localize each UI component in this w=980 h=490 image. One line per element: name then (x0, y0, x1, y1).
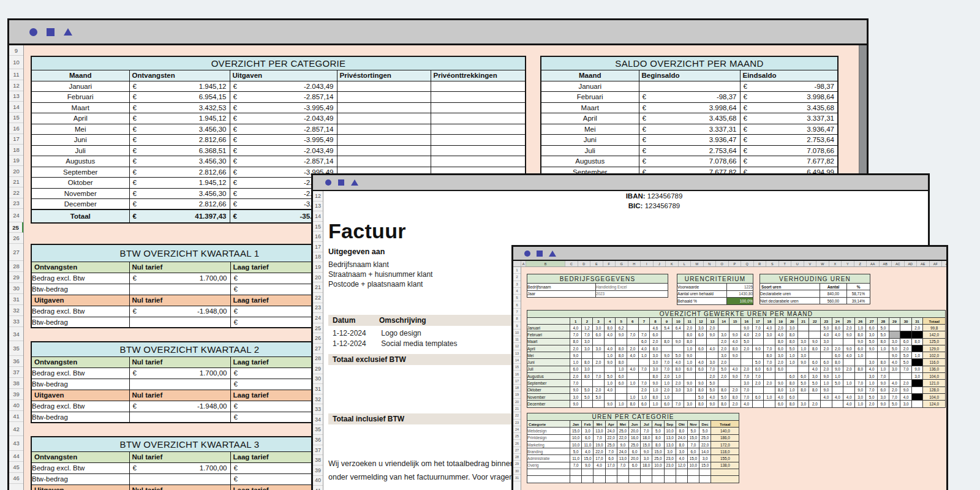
day-cell[interactable] (741, 352, 752, 359)
money-cell[interactable] (337, 102, 431, 113)
row-number[interactable]: 16 (313, 232, 323, 242)
day-cell[interactable] (593, 338, 605, 345)
day-cell[interactable]: 2,0 (821, 366, 832, 372)
day-cell[interactable]: 3,0 (889, 338, 900, 345)
column-letter[interactable]: O (716, 261, 729, 266)
value-cell[interactable]: 24,0 (605, 428, 617, 434)
money-cell[interactable] (337, 113, 431, 124)
value-cell[interactable]: 23,0 (664, 455, 676, 462)
day-cell[interactable]: 1,0 (821, 380, 832, 386)
day-cell[interactable]: 5,0 (878, 331, 889, 338)
day-cell[interactable]: 9,0 (866, 345, 878, 352)
row-number[interactable]: 41 (9, 411, 23, 422)
day-cell[interactable]: 1,0 (878, 345, 889, 352)
day-cell[interactable] (616, 386, 627, 393)
day-cell[interactable] (900, 373, 912, 380)
money-cell[interactable]: €41.397,43 (129, 209, 230, 223)
day-cell[interactable]: 8,0 (616, 352, 627, 359)
day-cell[interactable]: 2,0 (684, 325, 695, 331)
month-name[interactable]: Oktober (527, 386, 570, 393)
value-cell[interactable]: 7,0 (617, 462, 628, 469)
day-cell[interactable]: 4,0 (832, 331, 843, 338)
day-cell[interactable] (604, 366, 616, 372)
day-cell[interactable]: 9,0 (809, 338, 821, 345)
section-header[interactable]: Nul tarief (129, 262, 230, 273)
column-letter[interactable]: W (816, 261, 829, 266)
day-cell[interactable]: 4,0 (604, 386, 616, 393)
day-cell[interactable]: 3,0 (900, 401, 912, 407)
day-cell[interactable]: 2,0 (638, 386, 650, 393)
day-cell[interactable]: 2,0 (707, 373, 718, 380)
row-number[interactable]: 14 (9, 102, 23, 113)
day-cell[interactable]: 7,0 (741, 386, 752, 393)
day-cell[interactable]: 1,0 (684, 345, 695, 352)
day-cell[interactable]: 6,0 (775, 345, 786, 352)
row-number[interactable]: 42 (9, 422, 23, 436)
row-number[interactable]: 26 (9, 233, 23, 244)
row-number[interactable]: 5 (513, 295, 521, 301)
row-number[interactable]: 39 (313, 466, 323, 476)
money-cell[interactable]: €-2.043,49 (230, 113, 337, 124)
sheet-area[interactable]: BEDRIJFSGEGEVENSBedrijfsnaamHandleiding … (521, 267, 946, 490)
day-header[interactable]: 6 (627, 318, 638, 325)
column-letter[interactable]: K (666, 261, 679, 266)
column-header[interactable]: Jul (641, 421, 652, 428)
value-cell[interactable]: 840,00 (820, 290, 847, 298)
month-total[interactable]: 104,0 (923, 373, 945, 380)
day-cell[interactable] (695, 352, 707, 359)
day-header[interactable]: 21 (797, 318, 809, 325)
column-header[interactable]: Aug (652, 421, 664, 428)
month-cell[interactable]: Augustus (541, 156, 639, 167)
row-number[interactable]: 27 (9, 244, 23, 261)
value-cell[interactable]: 11,0 (582, 441, 594, 448)
day-cell[interactable]: 8,0 (878, 338, 889, 345)
day-cell[interactable] (604, 338, 616, 345)
row-number[interactable]: 24 (313, 313, 323, 323)
day-cell[interactable]: 3,0 (650, 366, 662, 372)
day-header[interactable]: 17 (752, 318, 764, 325)
day-cell[interactable]: 3,0 (581, 366, 593, 372)
column-letter[interactable]: Q (741, 261, 754, 266)
day-cell[interactable]: 9,0 (684, 380, 695, 386)
value-cell[interactable]: 25,0 (605, 441, 617, 448)
day-cell[interactable]: 8,0 (797, 386, 809, 393)
day-cell[interactable] (718, 325, 729, 331)
day-cell[interactable]: 2,0 (570, 345, 582, 352)
day-cell[interactable]: 6,0 (900, 338, 912, 345)
empty-cell[interactable] (628, 476, 640, 483)
day-cell[interactable]: 5,4 (661, 325, 673, 331)
money-cell[interactable] (129, 379, 230, 390)
day-header[interactable]: 18 (764, 318, 775, 325)
row-number[interactable]: 45 (9, 462, 23, 473)
day-cell[interactable] (889, 373, 900, 380)
value-cell[interactable]: 25,0 (652, 455, 664, 462)
day-cell[interactable]: 5,0 (889, 345, 900, 352)
money-cell[interactable] (431, 156, 526, 167)
money-cell[interactable] (337, 156, 431, 167)
day-cell[interactable]: 5,0 (707, 386, 718, 393)
day-cell[interactable]: 5,0 (695, 393, 707, 400)
column-letter[interactable]: V (804, 261, 817, 266)
empty-cell[interactable] (711, 469, 739, 476)
month-cell[interactable]: April (541, 113, 639, 124)
column-header[interactable]: Mrt (594, 421, 605, 428)
day-cell[interactable] (764, 338, 775, 345)
section-header[interactable]: Ontvangsten (31, 451, 129, 462)
row-number[interactable]: 11 (9, 69, 23, 80)
day-cell[interactable]: 9,0 (707, 331, 718, 338)
money-cell[interactable]: €3.456,30 (129, 156, 230, 167)
day-cell[interactable]: 3,0 (911, 373, 923, 380)
day-cell[interactable]: 2,0 (764, 380, 775, 386)
day-cell[interactable] (616, 338, 627, 345)
empty-cell[interactable] (617, 469, 628, 476)
month-name[interactable]: November (527, 393, 570, 400)
value-cell[interactable]: 25,0 (617, 428, 628, 434)
day-cell[interactable]: 3,0 (741, 380, 752, 386)
day-cell[interactable]: 2,0 (718, 359, 729, 366)
month-cell[interactable]: Augustus (31, 156, 129, 167)
day-cell[interactable] (581, 401, 593, 407)
day-cell[interactable]: 4,0 (764, 325, 775, 331)
money-cell[interactable]: €3.456,30 (129, 188, 230, 199)
row-number[interactable]: 21 (9, 177, 23, 188)
day-cell[interactable]: 3,0 (786, 325, 798, 331)
